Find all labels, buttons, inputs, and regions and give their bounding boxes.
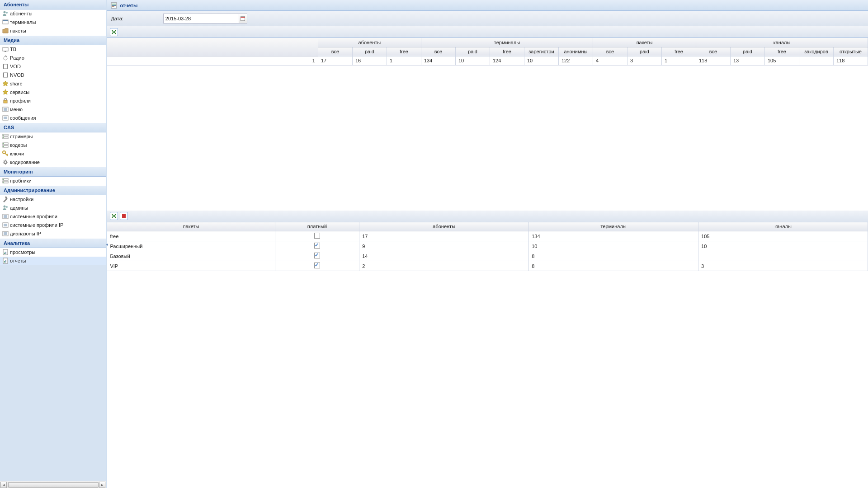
sidebar-item-label: кодеры (10, 142, 27, 148)
section-header[interactable]: Аналитика (0, 238, 106, 248)
section-header[interactable]: CAS (0, 122, 106, 132)
column-header[interactable]: зарегистри (524, 47, 558, 56)
column-header[interactable]: абоненты (359, 222, 529, 231)
column-header[interactable]: paid (455, 47, 490, 56)
scroll-right-icon[interactable]: ▸ (99, 482, 105, 488)
sidebar-item[interactable]: системные профили IP (0, 221, 106, 230)
column-header[interactable]: все (421, 47, 455, 56)
sidebar-item-label: ТВ (10, 47, 16, 52)
sidebar-item[interactable]: системные профили (0, 212, 106, 221)
sidebar-scrollbar[interactable]: ◂ ▸ (0, 481, 106, 488)
server-icon (2, 133, 9, 140)
col-group-subscribers[interactable]: абоненты (318, 38, 421, 47)
export-pdf-button[interactable] (120, 212, 128, 220)
sidebar-item[interactable]: кодеры (0, 141, 106, 150)
table-row[interactable]: VIP283 (107, 261, 868, 271)
sidebar-item[interactable]: стримеры (0, 132, 106, 141)
sidebar-item[interactable]: share (0, 80, 106, 88)
column-header[interactable]: терминалы (529, 222, 698, 231)
package-name-cell: Базовый (107, 251, 275, 261)
column-header[interactable]: paid (731, 47, 765, 56)
section-header[interactable]: Абоненты (0, 0, 106, 9)
sidebar-item-label: терминалы (10, 19, 36, 25)
section-header[interactable]: Мониторинг (0, 167, 106, 177)
report-icon (2, 258, 9, 264)
table-row[interactable]: Базовый148 (107, 251, 868, 261)
column-header[interactable]: каналы (698, 222, 868, 231)
report-icon (2, 249, 9, 255)
section-header[interactable]: Медиа (0, 35, 106, 45)
sidebar-item[interactable]: диапазоны IP (0, 230, 106, 238)
column-header[interactable]: paid (352, 47, 387, 56)
svg-rect-12 (7, 73, 8, 77)
col-group-packages[interactable]: пакеты (593, 38, 696, 47)
svg-point-34 (3, 179, 4, 180)
sidebar-item[interactable]: кодирование (0, 158, 106, 167)
date-input[interactable] (163, 14, 239, 23)
column-header[interactable]: paid (627, 47, 661, 56)
column-header[interactable]: закодиров (799, 47, 834, 56)
sidebar-item[interactable]: ТВ (0, 45, 106, 54)
sidebar-item[interactable]: пробники (0, 177, 106, 185)
svg-rect-52 (5, 252, 6, 254)
scroll-left-icon[interactable]: ◂ (0, 482, 7, 488)
paid-cell (275, 261, 359, 271)
column-header[interactable]: все (696, 47, 731, 56)
sidebar-item[interactable]: просмотры (0, 248, 106, 257)
export-excel-button-2[interactable] (110, 212, 118, 220)
column-header[interactable]: пакеты (107, 222, 275, 231)
sidebar-item[interactable]: NVOD (0, 71, 106, 80)
sidebar-item[interactable]: сообщения (0, 114, 106, 122)
list-icon (2, 115, 9, 121)
sidebar-item-label: сообщения (10, 115, 36, 121)
sidebar-item[interactable]: абоненты (0, 9, 106, 18)
lower-grid[interactable]: пакетыплатныйабонентытерминалыканалы fre… (107, 222, 868, 272)
column-header[interactable]: открытые (834, 47, 868, 56)
sidebar-item[interactable]: VOD (0, 62, 106, 71)
upper-grid[interactable]: абоненты терминалы пакеты каналы всеpaid… (107, 38, 868, 211)
data-cell: 13 (731, 56, 765, 65)
table-row[interactable]: Расширенный91010 (107, 241, 868, 251)
sidebar-item[interactable]: ключи (0, 150, 106, 158)
row-number: 1 (107, 56, 318, 65)
table-row[interactable]: free17134105 (107, 231, 868, 241)
data-cell: 1 (661, 56, 696, 65)
sidebar-item[interactable]: Радио (0, 54, 106, 62)
tv-icon (2, 46, 9, 52)
column-header[interactable]: free (490, 47, 524, 56)
column-header[interactable]: все (318, 47, 352, 56)
row-number-header[interactable] (107, 38, 318, 56)
scroll-track[interactable] (7, 482, 99, 488)
sidebar-item[interactable]: меню (0, 105, 106, 114)
sidebar-item[interactable]: пакеты (0, 27, 106, 35)
data-cell: 105 (765, 56, 799, 65)
sidebar-item[interactable]: админы (0, 204, 106, 212)
sidebar-item[interactable]: профили (0, 97, 106, 105)
column-header[interactable]: платный (275, 222, 359, 231)
column-header[interactable]: все (593, 47, 627, 56)
key-icon (2, 150, 9, 157)
svg-point-6 (4, 56, 7, 60)
column-header[interactable]: free (661, 47, 696, 56)
film-icon (2, 63, 9, 70)
column-header[interactable]: анонимны (558, 47, 593, 56)
list-icon (2, 230, 9, 237)
svg-point-35 (3, 182, 4, 183)
column-header[interactable]: free (387, 47, 421, 56)
col-group-channels[interactable]: каналы (696, 38, 868, 47)
sidebar-item[interactable]: сервисы (0, 88, 106, 97)
sidebar-item[interactable]: отчеты (0, 257, 106, 265)
col-group-terminals[interactable]: терминалы (421, 38, 593, 47)
calendar-icon[interactable] (239, 14, 247, 23)
svg-rect-13 (4, 100, 7, 103)
export-excel-button[interactable] (110, 28, 118, 36)
sidebar-item[interactable]: настройки (0, 195, 106, 204)
svg-point-28 (3, 143, 4, 144)
checkbox-icon (314, 263, 320, 268)
scroll-thumb[interactable] (8, 482, 99, 488)
data-cell: 134 (529, 231, 698, 241)
column-header[interactable]: free (765, 47, 799, 56)
svg-rect-54 (4, 261, 5, 263)
sidebar-item[interactable]: терминалы (0, 18, 106, 27)
section-header[interactable]: Администрирование (0, 185, 106, 195)
